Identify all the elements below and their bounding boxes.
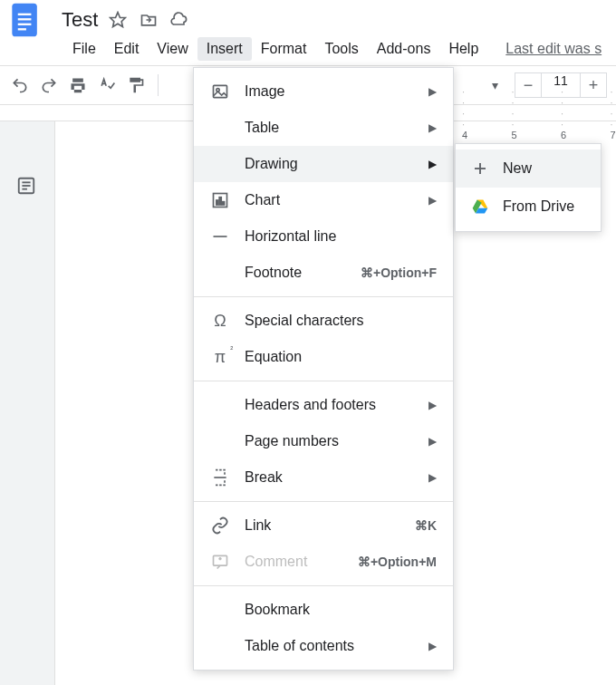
- menu-item-label: Headers and footers: [245, 397, 421, 413]
- menu-item-label: Image: [245, 83, 421, 100]
- toolbar-separator: [158, 74, 159, 96]
- submenu-arrow-icon: ▶: [428, 435, 437, 448]
- menubar-item-file[interactable]: File: [63, 37, 105, 61]
- menu-item-label: Table: [245, 120, 421, 136]
- move-icon[interactable]: [140, 11, 158, 29]
- blank-icon: [210, 118, 230, 138]
- menu-item-table-of-contents[interactable]: Table of contents▶: [194, 628, 453, 664]
- submenu-item-from-drive[interactable]: From Drive: [456, 188, 601, 226]
- menu-item-link[interactable]: Link⌘K: [194, 507, 453, 544]
- submenu-item-label: New: [503, 160, 532, 177]
- ruler-mark: 5: [512, 86, 518, 140]
- svg-rect-15: [223, 202, 225, 205]
- svg-rect-1: [18, 14, 32, 15]
- svg-rect-2: [18, 18, 32, 20]
- menu-divider: [194, 501, 453, 502]
- last-edit-link[interactable]: Last edit was s: [505, 41, 602, 57]
- pi-icon: π²: [210, 347, 230, 367]
- ruler-mark: 7: [611, 86, 617, 140]
- menu-item-label: Break: [245, 469, 421, 486]
- image-icon: [210, 82, 230, 101]
- font-dropdown-arrow[interactable]: ▾: [484, 74, 505, 96]
- paint-format-button[interactable]: [125, 74, 147, 96]
- blank-icon: [210, 263, 230, 283]
- menu-item-horizontal-line[interactable]: Horizontal line: [194, 218, 453, 255]
- fontsize-increase-button[interactable]: +: [580, 72, 607, 98]
- redo-button[interactable]: [38, 74, 60, 96]
- menu-item-label: Footnote: [245, 265, 361, 281]
- link-icon: [210, 516, 230, 535]
- menu-item-label: Table of contents: [245, 638, 421, 654]
- submenu-arrow-icon: ▶: [428, 471, 437, 484]
- svg-marker-5: [111, 13, 126, 27]
- plus-icon: [470, 159, 490, 178]
- menu-item-table[interactable]: Table▶: [194, 110, 453, 146]
- menubar-item-add-ons[interactable]: Add-ons: [368, 37, 440, 61]
- menu-item-footnote[interactable]: Footnote⌘+Option+F: [194, 255, 453, 291]
- break-icon: [210, 468, 230, 487]
- menu-item-label: Special characters: [245, 313, 437, 329]
- menu-divider: [194, 585, 453, 586]
- cloud-status-icon[interactable]: [170, 11, 188, 29]
- menu-item-label: Comment: [245, 554, 358, 570]
- print-button[interactable]: [67, 74, 89, 96]
- fontsize-decrease-button[interactable]: −: [515, 72, 542, 98]
- menu-item-label: Chart: [245, 192, 421, 208]
- document-title[interactable]: Test: [62, 8, 98, 32]
- drawing-submenu: NewFrom Drive: [455, 143, 602, 232]
- menu-item-comment: Comment⌘+Option+M: [194, 544, 453, 580]
- insert-menu: Image▶Table▶Drawing▶Chart▶Horizontal lin…: [193, 67, 454, 671]
- menubar-item-help[interactable]: Help: [439, 37, 487, 61]
- menu-item-special-characters[interactable]: ΩSpecial characters: [194, 303, 453, 339]
- svg-rect-10: [214, 85, 227, 97]
- submenu-arrow-icon: ▶: [428, 158, 437, 170]
- svg-rect-14: [219, 198, 221, 205]
- menubar-item-edit[interactable]: Edit: [105, 37, 149, 61]
- menu-shortcut: ⌘+Option+M: [358, 555, 437, 569]
- menu-divider: [194, 381, 453, 381]
- ruler-mark: 6: [561, 86, 567, 140]
- drive-icon: [470, 197, 490, 217]
- menu-item-headers-and-footers[interactable]: Headers and footers▶: [194, 387, 453, 423]
- menubar-item-tools[interactable]: Tools: [315, 37, 367, 61]
- menubar-item-format[interactable]: Format: [252, 37, 316, 61]
- svg-rect-4: [18, 28, 26, 30]
- undo-button[interactable]: [9, 74, 31, 96]
- omega-icon: Ω: [210, 311, 230, 331]
- menu-item-chart[interactable]: Chart▶: [194, 182, 453, 218]
- submenu-arrow-icon: ▶: [428, 399, 437, 411]
- menu-item-label: Link: [245, 517, 415, 534]
- submenu-arrow-icon: ▶: [428, 640, 437, 652]
- svg-rect-18: [214, 555, 227, 565]
- submenu-arrow-icon: ▶: [428, 85, 437, 98]
- menu-item-drawing[interactable]: Drawing▶: [194, 146, 453, 182]
- submenu-arrow-icon: ▶: [428, 121, 437, 134]
- ruler-mark: 4: [462, 86, 468, 140]
- star-icon[interactable]: [109, 11, 127, 29]
- menu-item-image[interactable]: Image▶: [194, 73, 453, 110]
- document-outline-icon[interactable]: [16, 176, 38, 198]
- menu-item-label: Equation: [245, 349, 437, 365]
- menu-item-label: Page numbers: [245, 433, 421, 449]
- menu-item-equation[interactable]: π²Equation: [194, 339, 453, 375]
- submenu-item-new[interactable]: New: [456, 150, 601, 188]
- blank-icon: [210, 636, 230, 656]
- menu-item-label: Drawing: [245, 156, 421, 172]
- svg-rect-3: [18, 24, 32, 25]
- menu-shortcut: ⌘+Option+F: [361, 265, 437, 280]
- menubar-item-view[interactable]: View: [148, 37, 197, 61]
- blank-icon: [210, 395, 230, 415]
- menu-item-break[interactable]: Break▶: [194, 459, 453, 496]
- menu-item-bookmark[interactable]: Bookmark: [194, 592, 453, 628]
- submenu-arrow-icon: ▶: [428, 194, 437, 207]
- menu-shortcut: ⌘K: [415, 518, 437, 533]
- hline-icon: [210, 227, 230, 246]
- spellcheck-button[interactable]: [96, 74, 118, 96]
- blank-icon: [210, 600, 230, 620]
- menubar-item-insert[interactable]: Insert: [197, 37, 252, 61]
- blank-icon: [210, 154, 230, 174]
- menu-item-label: Bookmark: [245, 602, 437, 618]
- comment-icon: [210, 552, 230, 572]
- menu-item-page-numbers[interactable]: Page numbers▶: [194, 423, 453, 459]
- submenu-item-label: From Drive: [503, 198, 574, 215]
